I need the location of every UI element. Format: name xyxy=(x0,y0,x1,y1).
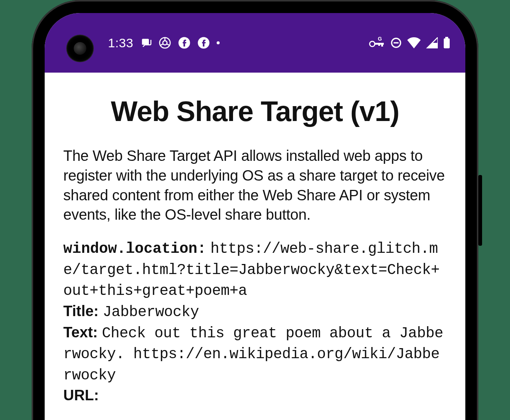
svg-rect-12 xyxy=(445,37,448,38)
status-bar-left: 1:33 xyxy=(108,36,220,50)
title-value: Jabberwocky xyxy=(103,304,199,321)
wifi-icon xyxy=(407,37,421,48)
vpn-key-badge: G xyxy=(378,36,382,42)
svg-rect-0 xyxy=(142,39,149,45)
front-camera xyxy=(67,35,93,61)
messages-icon xyxy=(140,37,152,49)
vpn-key-icon: G xyxy=(369,37,385,48)
phone-frame: 1:33 G xyxy=(32,0,478,420)
status-clock: 1:33 xyxy=(108,36,133,50)
do-not-disturb-icon xyxy=(390,37,402,49)
page-content: Web Share Target (v1) The Web Share Targ… xyxy=(45,73,465,407)
page-title: Web Share Target (v1) xyxy=(63,95,447,127)
text-value: Check out this great poem about a Jabber… xyxy=(63,325,443,384)
battery-icon xyxy=(443,37,450,49)
facebook-icon xyxy=(197,36,210,49)
url-label: URL: xyxy=(63,387,99,403)
url-row: URL: xyxy=(63,385,447,407)
phone-screen: 1:33 G xyxy=(45,13,465,420)
text-label: Text: xyxy=(63,324,98,340)
status-bar-right: G xyxy=(369,37,450,49)
svg-point-5 xyxy=(370,41,375,47)
location-label: window.location: xyxy=(63,241,206,257)
title-row: Title: Jabberwocky xyxy=(63,301,447,322)
more-notifications-dot xyxy=(217,41,220,44)
svg-rect-8 xyxy=(378,43,380,46)
phone-side-button xyxy=(478,175,482,246)
text-row: Text: Check out this great poem about a … xyxy=(63,322,447,386)
page-description: The Web Share Target API allows installe… xyxy=(63,146,447,225)
svg-rect-11 xyxy=(444,38,450,48)
facebook-icon xyxy=(178,36,191,49)
svg-rect-7 xyxy=(381,43,383,47)
status-bar: 1:33 G xyxy=(45,13,465,73)
title-label: Title: xyxy=(63,303,99,319)
location-row: window.location: https://web-share.glitc… xyxy=(63,238,447,301)
cell-signal-icon xyxy=(426,37,438,48)
chrome-icon xyxy=(159,36,171,49)
